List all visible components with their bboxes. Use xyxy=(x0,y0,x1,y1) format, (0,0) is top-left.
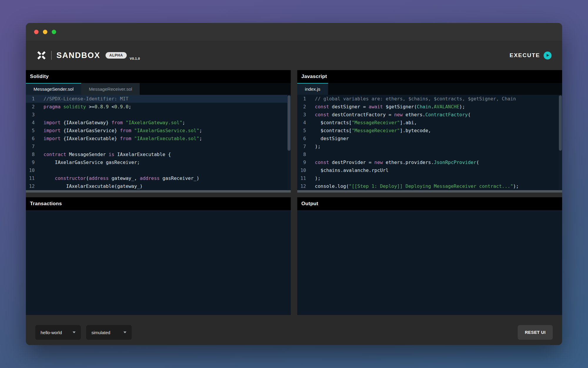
code-line-12: 12 IAxelarExecutable(gateway_) xyxy=(26,182,291,190)
code-line-2: 2const destSigner = await $getSigner(Cha… xyxy=(297,103,562,111)
transactions-panel-title: Transactions xyxy=(30,201,62,207)
line-number: 9 xyxy=(26,158,39,166)
titlebar xyxy=(26,23,562,41)
javascript-code: 1// global variables are: ethers, $chain… xyxy=(297,95,562,190)
javascript-panel: Javascript index.js 1// global variables… xyxy=(297,70,562,193)
brand-divider xyxy=(51,51,52,60)
javascript-horizontal-scrollbar[interactable] xyxy=(297,190,562,193)
line-number: 11 xyxy=(297,174,311,182)
line-number: 4 xyxy=(26,119,39,127)
line-number: 7 xyxy=(297,142,311,150)
transactions-panel-header: Transactions xyxy=(26,197,291,210)
scrollbar-thumb[interactable] xyxy=(288,95,290,151)
alpha-badge: ALPHA xyxy=(106,52,127,59)
solidity-vertical-scrollbar[interactable] xyxy=(287,95,291,190)
code-line-2: 2pragma solidity >=0.8.9 <0.9.0; xyxy=(26,103,291,111)
code-line-11: 11 constructor(address gateway_, address… xyxy=(26,174,291,182)
code-line-10: 10 xyxy=(26,166,291,174)
app-title: SANDBOX xyxy=(56,51,100,60)
code-line-6: 6 destSigner xyxy=(297,135,562,142)
tab-messagesender-sol[interactable]: MessageSender.sol xyxy=(26,83,81,95)
mode-dropdown[interactable]: simulated xyxy=(86,325,132,340)
version-label: V0.1.0 xyxy=(130,57,140,60)
chevron-down-icon xyxy=(123,331,126,333)
output-panel: Output xyxy=(297,197,562,315)
line-number: 3 xyxy=(297,111,311,119)
javascript-code-editor[interactable]: 1// global variables are: ethers, $chain… xyxy=(297,95,562,190)
output-panel-title: Output xyxy=(301,201,318,207)
line-number: 5 xyxy=(297,127,311,135)
app-header: SANDBOX ALPHA V0.1.0 EXECUTE xyxy=(26,41,562,70)
code-line-9: 9const destProvider = new ethers.provide… xyxy=(297,158,562,166)
line-number: 1 xyxy=(297,95,311,103)
transactions-panel: Transactions xyxy=(26,197,291,315)
code-line-4: 4import {IAxelarGateway} from "IAxelarGa… xyxy=(26,119,291,127)
javascript-tabs: index.js xyxy=(297,83,562,95)
reset-ui-button[interactable]: RESET UI xyxy=(518,325,553,340)
line-number: 1 xyxy=(26,95,39,103)
code-line-11: 11); xyxy=(297,174,562,182)
code-line-5: 5import {IAxelarGasService} from "IAxela… xyxy=(26,127,291,135)
play-icon xyxy=(544,52,552,59)
solidity-panel-title: Solidity xyxy=(30,74,49,79)
code-line-4: 4 $contracts["MessageReceiver"].abi, xyxy=(297,119,562,127)
close-button[interactable] xyxy=(34,30,39,34)
line-number: 7 xyxy=(26,142,39,150)
sandbox-window: SANDBOX ALPHA V0.1.0 EXECUTE Solidity Me… xyxy=(26,23,562,345)
line-number: 3 xyxy=(26,111,39,119)
minimize-button[interactable] xyxy=(43,30,47,34)
tab-messagereceiver-sol[interactable]: MessageReceiver.sol xyxy=(81,83,140,95)
code-line-8: 8contract MessageSender is IAxelarExecut… xyxy=(26,150,291,158)
line-number: 12 xyxy=(26,182,39,190)
code-line-8: 8 xyxy=(297,150,562,158)
scenario-dropdown[interactable]: hello-world xyxy=(35,325,81,340)
solidity-panel: Solidity MessageSender.solMessageReceive… xyxy=(26,70,291,193)
line-number: 5 xyxy=(26,127,39,135)
axelar-logo-icon xyxy=(36,50,46,60)
line-number: 12 xyxy=(297,182,311,190)
line-number: 9 xyxy=(297,158,311,166)
code-line-5: 5 $contracts["MessageReceiver"].bytecode… xyxy=(297,127,562,135)
code-line-6: 6import {IAxelarExecutable} from "IAxela… xyxy=(26,135,291,142)
code-line-3: 3const destContractFactory = new ethers.… xyxy=(297,111,562,119)
code-line-1: 1// global variables are: ethers, $chain… xyxy=(297,95,562,103)
line-number: 8 xyxy=(297,150,311,158)
footer-bar: hello-world simulated RESET UI xyxy=(26,320,562,345)
code-line-9: 9 IAxelarGasService gasReceiver; xyxy=(26,158,291,166)
line-number: 8 xyxy=(26,150,39,158)
output-panel-header: Output xyxy=(297,197,562,210)
maximize-button[interactable] xyxy=(52,30,56,34)
line-number: 4 xyxy=(297,119,311,127)
solidity-code-editor[interactable]: 1//SPDX-License-Identifier: MIT2pragma s… xyxy=(26,95,291,190)
mode-dropdown-value: simulated xyxy=(91,330,110,335)
execute-button[interactable]: EXECUTE xyxy=(510,52,552,59)
line-number: 10 xyxy=(297,166,311,174)
javascript-panel-title: Javascript xyxy=(301,74,327,79)
javascript-panel-header: Javascript xyxy=(297,70,562,83)
solidity-panel-header: Solidity xyxy=(26,70,291,83)
scenario-dropdown-value: hello-world xyxy=(41,330,62,335)
solidity-tabs: MessageSender.solMessageReceiver.sol xyxy=(26,83,291,95)
line-number: 11 xyxy=(26,174,39,182)
chevron-down-icon xyxy=(73,331,76,333)
code-line-10: 10 $chains.avalanche.rpcUrl xyxy=(297,166,562,174)
scrollbar-thumb[interactable] xyxy=(559,95,562,151)
main-grid: Solidity MessageSender.solMessageReceive… xyxy=(26,70,562,320)
solidity-code: 1//SPDX-License-Identifier: MIT2pragma s… xyxy=(26,95,291,190)
transactions-body xyxy=(26,210,291,315)
code-line-1: 1//SPDX-License-Identifier: MIT xyxy=(26,95,291,103)
line-number: 10 xyxy=(26,166,39,174)
line-number: 2 xyxy=(297,103,311,111)
line-number: 6 xyxy=(26,135,39,142)
brand-group: SANDBOX ALPHA V0.1.0 xyxy=(36,50,140,60)
line-number: 2 xyxy=(26,103,39,111)
javascript-vertical-scrollbar[interactable] xyxy=(559,95,562,190)
tab-index-js[interactable]: index.js xyxy=(297,83,328,95)
solidity-horizontal-scrollbar[interactable] xyxy=(26,190,291,193)
output-body xyxy=(297,210,562,315)
code-line-12: 12console.log("[[Step 1: Deploy]] Deploy… xyxy=(297,182,562,190)
code-line-7: 7 xyxy=(26,142,291,150)
execute-label: EXECUTE xyxy=(510,52,540,59)
line-number: 6 xyxy=(297,135,311,142)
code-line-7: 7); xyxy=(297,142,562,150)
